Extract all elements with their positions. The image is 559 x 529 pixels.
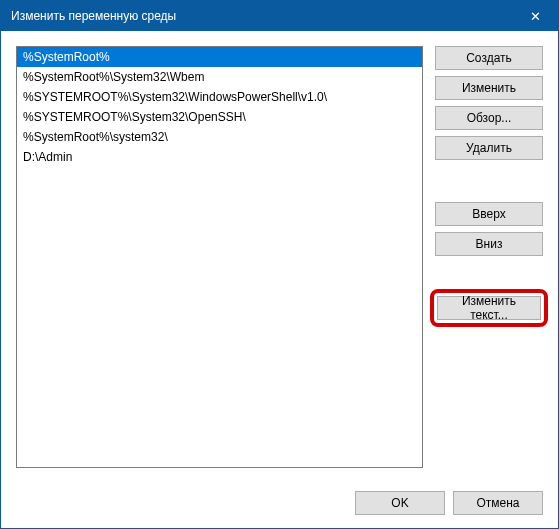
- path-listbox[interactable]: %SystemRoot% %SystemRoot%\System32\Wbem …: [16, 46, 423, 468]
- close-icon: ✕: [530, 9, 541, 24]
- move-down-button[interactable]: Вниз: [435, 232, 543, 256]
- cancel-button[interactable]: Отмена: [453, 491, 543, 515]
- dialog-title: Изменить переменную среды: [11, 9, 176, 23]
- create-button[interactable]: Создать: [435, 46, 543, 70]
- spacer: [435, 166, 543, 196]
- move-up-button[interactable]: Вверх: [435, 202, 543, 226]
- edit-text-button[interactable]: Изменить текст...: [437, 296, 541, 320]
- dialog-window: Изменить переменную среды ✕ %SystemRoot%…: [0, 0, 559, 529]
- highlight-annotation: Изменить текст...: [430, 289, 548, 327]
- browse-button[interactable]: Обзор...: [435, 106, 543, 130]
- list-item[interactable]: %SystemRoot%: [17, 47, 422, 67]
- list-item[interactable]: %SystemRoot%\system32\: [17, 127, 422, 147]
- content-area: %SystemRoot% %SystemRoot%\System32\Wbem …: [1, 31, 558, 478]
- delete-button[interactable]: Удалить: [435, 136, 543, 160]
- close-button[interactable]: ✕: [513, 1, 558, 31]
- list-item[interactable]: %SYSTEMROOT%\System32\OpenSSH\: [17, 107, 422, 127]
- titlebar: Изменить переменную среды ✕: [1, 1, 558, 31]
- list-item[interactable]: %SYSTEMROOT%\System32\WindowsPowerShell\…: [17, 87, 422, 107]
- ok-button[interactable]: OK: [355, 491, 445, 515]
- list-item[interactable]: D:\Admin: [17, 147, 422, 167]
- list-item[interactable]: %SystemRoot%\System32\Wbem: [17, 67, 422, 87]
- edit-button[interactable]: Изменить: [435, 76, 543, 100]
- footer-buttons: OK Отмена: [355, 491, 543, 515]
- button-column: Создать Изменить Обзор... Удалить Вверх …: [435, 46, 543, 468]
- spacer: [435, 262, 543, 286]
